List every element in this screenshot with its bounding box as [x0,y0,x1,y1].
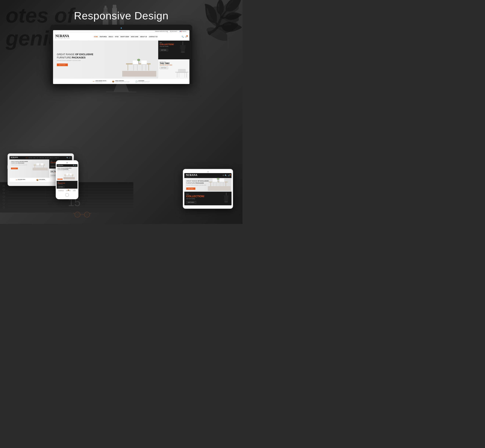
phone-collection: NEW COLLECTION! Chair Suite Trending SHO… [57,181,78,189]
site-nav: HOME FEATURES DEALS EYES WHAT'S NEW SKIN… [94,36,157,37]
page-heading: Responsive Design [74,9,168,22]
svg-point-78 [3,192,5,194]
tablet-right-screen: NURANA All Things For You ☰ 🔍 🛒0 GREAT R… [184,173,232,205]
svg-rect-60 [208,186,231,191]
tablet-hero-btn[interactable]: SHOP NOW > [11,168,18,169]
phone-container: NURANA All Things For You 🔍 🛒 GREAT RANG… [56,160,78,199]
phone-clock-icon: 🕐 [73,189,76,191]
bg-spiral-binding [0,182,8,213]
svg-point-73 [217,178,219,180]
bg-glasses [73,209,92,220]
tablet-moneyback-sub: GUARANTEE [18,180,25,181]
tablet-right-furniture-svg [208,176,231,191]
money-back-icon: ↩ [93,80,94,82]
svg-rect-15 [122,71,156,77]
hero-main: GREAT RANGE OF EXCLUSIVE FURNITURE PACKA… [53,40,158,79]
phone-shop-link[interactable]: SHOP NOW > [57,186,64,188]
svg-line-96 [90,213,91,214]
nav-deals[interactable]: DEALS [109,36,113,37]
site-topbar: Default welcome msg! My Account ~ 🇫🇷 Fre… [53,30,189,33]
phone-furniture-svg [63,172,75,179]
winter-discount: DISCOUNT 30% ALL ITEMS [160,64,188,66]
nav-contact-us[interactable]: CONTACT US [149,36,157,37]
tablet-cart-icon[interactable]: 🛒 [69,157,71,159]
svg-point-77 [3,189,5,190]
tablet-right: NURANA All Things For You ☰ 🔍 🛒0 GREAT R… [183,169,233,209]
tablet-right-device: NURANA All Things For You ☰ 🔍 🛒0 GREAT R… [183,169,233,209]
shipping-icon: 📦 [112,80,114,82]
phone-hero: GREAT RANGE OF EXCLUSIVE FURNITURE PACKA… [57,167,78,181]
phone-cart-icon[interactable]: 🛒 [75,165,77,166]
tablet-volume-button [7,165,8,169]
site-header: NURANA All Things For You HOME FEATURES … [53,33,189,40]
nav-features[interactable]: FEATURES [100,36,107,37]
account-link[interactable]: My Account ~ [170,31,178,32]
phone-feat-1: ↩ 100% MONEY BACK [58,189,64,191]
nav-about-us[interactable]: ABOUT US [140,36,147,37]
tablet-right-logo: NURANA [186,174,197,177]
new-collection-shop-link[interactable]: SHOP NOW > [160,49,168,51]
svg-point-80 [3,199,5,201]
winter-sale-shop-link[interactable]: SHOP NOW > [160,67,168,69]
svg-rect-69 [219,182,225,183]
monitor-base [106,92,136,93]
nav-home[interactable]: HOME [94,36,98,37]
cart-icon[interactable]: 🛒0 [185,36,187,38]
svg-rect-34 [178,69,186,72]
welcome-msg: Default welcome msg! [155,31,168,32]
tablet-hero-text: GREAT RANGE OF EXCLUSIVE FURNITURE PACKA… [11,161,31,176]
tablet-right-hero-btn[interactable]: SHOP NOW > [186,187,195,190]
nav-whats-new[interactable]: WHAT'S NEW [120,36,129,37]
feature-shipping-sub: WHEN ORDER OVER $150 [115,81,129,82]
nav-skin-care[interactable]: SKIN CARE [131,36,138,37]
svg-point-82 [3,207,5,208]
features-bar: ↩ 100% MONEY BACK GUARANTEE 📦 FREE SHIPP… [53,79,189,84]
phone-search-icon[interactable]: 🔍 [73,165,75,166]
svg-point-75 [224,201,228,202]
search-icon[interactable]: 🔍 [181,36,184,38]
hero-subtitle: Exclusive furniture packages to suit eve… [57,60,154,61]
tablet-moneyback-icon: ↩ [16,179,17,181]
svg-point-97 [76,213,79,216]
feature-24h-sub: LIFE TIME SUPPORT [139,81,150,82]
phone-hero-title: GREAT RANGE OF EXCLUSIVE FURNITURE PACKA… [57,168,77,170]
tablet-money-back: ↩ 100% MONEY BACK GUARANTEE [16,179,25,181]
monitor-stand [114,84,129,92]
phone-topbar: NURANA All Things For You 🔍 🛒 [57,164,78,167]
site-hero: GREAT RANGE OF EXCLUSIVE FURNITURE PACKA… [53,40,189,79]
tablet-icons: 🔍 🛒 [66,157,71,159]
site-logo-tagline: All Things For You [55,38,70,39]
tablet-hero-title: GREAT RANGE OF EXCLUSIVE FURNITURE PACKA… [11,161,31,164]
phone-shipping-icon: 📦 [66,189,70,191]
svg-rect-57 [70,174,72,175]
tablet-search-icon[interactable]: 🔍 [66,157,68,159]
svg-rect-54 [66,174,68,175]
clock-icon: 🕐 [135,80,138,82]
language-selector[interactable]: 🇫🇷 French ~ [180,31,187,32]
tablet-shipping-sub: WHEN ORDER OVER $150 [39,180,46,181]
nav-eyes[interactable]: EYES [115,36,119,37]
tablet-nav: HOME FEATURES DEALS EYES WHAT'S NEW SKIN… [25,157,59,158]
phone-feat-3: 🕐 24-HOURS [73,189,76,191]
site-logo-block[interactable]: NURANA All Things For You [55,34,70,39]
phone-home-button[interactable] [65,193,69,197]
phone-hero-btn[interactable]: SHOP NOW > [57,179,63,180]
feature-money-back: ↩ 100% MONEY BACK GUARANTEE [93,80,106,82]
hero-side-new-collection: NEW COLLECTION! Chair Suite Trending SHO… [158,40,189,59]
monitor-container: Default welcome msg! My Account ~ 🇫🇷 Fre… [50,25,192,93]
monitor: Default welcome msg! My Account ~ 🇫🇷 Fre… [50,25,192,84]
hero-title: GREAT RANGE OF EXCLUSIVE FURNITURE PACKA… [57,53,154,59]
tablet-free-shipping: 📦 FREE SHIPPING WHEN ORDER OVER $150 [36,179,46,181]
svg-rect-35 [178,72,186,73]
svg-rect-50 [63,177,75,179]
svg-point-98 [85,213,89,216]
feature-24-hours: 🕐 24-HOURS LIFE TIME SUPPORT [135,80,150,82]
tablet-right-shop-link[interactable]: SHOP NOW > [186,201,196,203]
phone-features: ↩ 100% MONEY BACK 📦 FREE SHIPPING 🕐 24-H… [57,189,78,192]
tablet-right-hero: GREAT RANGE OF EXCLUSIVE FURNITURE PACKA… [184,178,232,192]
phone-screen: NURANA All Things For You 🔍 🛒 GREAT RANG… [57,164,78,192]
svg-rect-43 [36,165,39,166]
phone-icons: 🔍 🛒 [73,165,77,166]
svg-rect-51 [64,175,73,175]
hero-cta-button[interactable]: SHOP NOW > [57,64,68,66]
